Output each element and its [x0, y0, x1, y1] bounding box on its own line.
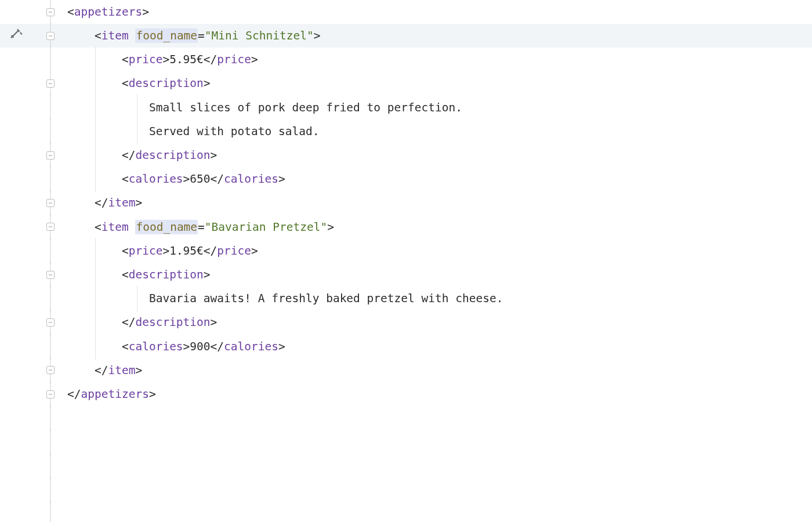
xml-text: Small slices of pork deep fried to perfe…	[149, 100, 462, 115]
code-line[interactable]: <calories>900</calories>	[0, 335, 812, 358]
code-line[interactable]: <price>1.95€</price>	[0, 239, 812, 263]
fold-gutter	[34, 143, 67, 167]
xml-text: 900	[190, 339, 210, 354]
xml-text: 1.95€	[169, 244, 204, 258]
build-icon[interactable]	[9, 27, 24, 45]
code-line[interactable]: Small slices of pork deep fried to perfe…	[0, 96, 812, 119]
fold-toggle[interactable]	[46, 366, 55, 374]
fold-gutter	[34, 502, 67, 522]
fold-gutter	[34, 0, 67, 24]
fold-toggle[interactable]	[46, 318, 55, 327]
xml-attr-value: Mini Schnitzel	[212, 29, 307, 42]
xml-tag: calories	[129, 339, 183, 354]
code-line-empty[interactable]	[0, 406, 812, 430]
fold-gutter	[34, 478, 67, 502]
fold-toggle[interactable]	[46, 32, 55, 40]
code-editor[interactable]: <appetizers> <item food_name="Mini Schni…	[0, 0, 812, 522]
fold-gutter	[34, 215, 67, 239]
fold-toggle[interactable]	[46, 223, 55, 231]
xml-text: Served with potato salad.	[149, 124, 320, 139]
xml-text: 5.95€	[169, 52, 204, 67]
xml-tag: price	[129, 52, 163, 67]
fold-gutter	[34, 430, 67, 454]
fold-toggle[interactable]	[46, 79, 55, 88]
code-line[interactable]: </item>	[0, 191, 812, 215]
xml-attr-value: Bavarian Pretzel	[212, 220, 321, 234]
code-line[interactable]: <description>	[0, 72, 812, 96]
fold-toggle[interactable]	[46, 271, 55, 279]
code-line[interactable]: Served with potato salad.	[0, 119, 812, 143]
xml-tag: item	[102, 28, 129, 43]
fold-gutter	[34, 239, 67, 263]
xml-text: 650	[190, 172, 210, 186]
code-line[interactable]: <price>5.95€</price>	[0, 48, 812, 71]
fold-gutter	[34, 263, 67, 287]
code-line[interactable]: </item>	[0, 358, 812, 382]
fold-toggle[interactable]	[46, 8, 55, 16]
xml-tag: item	[102, 220, 129, 234]
fold-gutter	[34, 191, 67, 215]
xml-tag: calories	[129, 172, 183, 186]
fold-gutter	[34, 48, 67, 71]
code-line[interactable]: <description>	[0, 263, 812, 287]
fold-gutter	[34, 335, 67, 358]
fold-toggle[interactable]	[46, 199, 55, 207]
fold-gutter	[34, 72, 67, 96]
code-line[interactable]: <appetizers>	[0, 0, 812, 24]
code-line[interactable]: </description>	[0, 310, 812, 334]
fold-gutter	[34, 382, 67, 406]
code-line[interactable]: Bavaria awaits! A freshly baked pretzel …	[0, 287, 812, 310]
xml-tag: description	[129, 267, 204, 282]
code-line[interactable]: <calories>650</calories>	[0, 167, 812, 191]
code-line-active[interactable]: <item food_name="Mini Schnitzel">	[0, 24, 812, 48]
code-line-empty[interactable]	[0, 454, 812, 478]
xml-tag: description	[129, 76, 204, 90]
code-line-empty[interactable]	[0, 502, 812, 522]
fold-gutter	[34, 24, 67, 48]
fold-toggle[interactable]	[46, 390, 55, 398]
xml-tag: price	[129, 244, 163, 258]
xml-text: Bavaria awaits! A freshly baked pretzel …	[149, 291, 503, 306]
fold-toggle[interactable]	[46, 151, 55, 160]
fold-gutter	[34, 96, 67, 119]
fold-gutter	[34, 454, 67, 478]
fold-gutter	[34, 287, 67, 310]
fold-gutter	[34, 119, 67, 143]
fold-gutter	[34, 406, 67, 430]
xml-tag: appetizers	[74, 5, 142, 19]
fold-gutter	[34, 358, 67, 382]
gutter-cell[interactable]	[0, 27, 34, 45]
code-line[interactable]: </description>	[0, 143, 812, 167]
xml-attr: food_name	[135, 28, 198, 43]
xml-attr: food_name	[135, 220, 198, 234]
code-line[interactable]: </appetizers>	[0, 382, 812, 406]
code-line[interactable]: <item food_name="Bavarian Pretzel">	[0, 215, 812, 239]
code-line-empty[interactable]	[0, 478, 812, 502]
fold-gutter	[34, 167, 67, 191]
fold-gutter	[34, 310, 67, 334]
code-line-empty[interactable]	[0, 430, 812, 454]
